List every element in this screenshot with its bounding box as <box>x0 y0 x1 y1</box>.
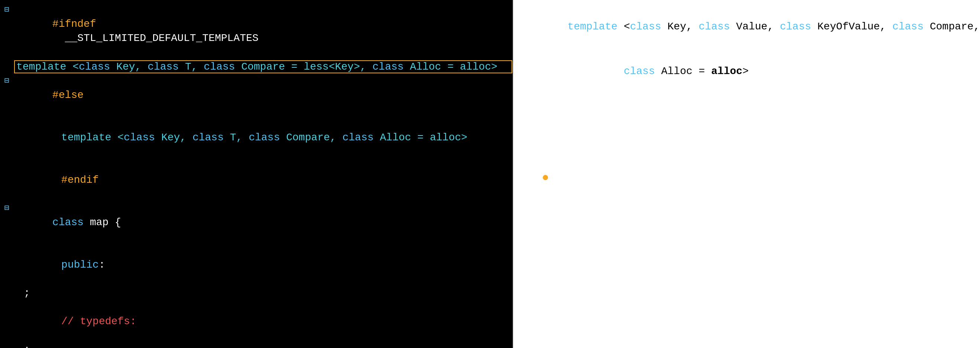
code-line-5: #endif <box>0 159 512 201</box>
left-code-panel: ⊟ #ifndef __STL_LIMITED_DEFAULT_TEMPLATE… <box>0 0 513 348</box>
code-line-7: public: <box>0 244 512 286</box>
right-header: template <class Key, class Value, class … <box>517 3 975 95</box>
code-line-10: ; <box>0 343 512 348</box>
highlight-template-line: template <class Key, class T, class Comp… <box>14 60 512 73</box>
fold-1[interactable]: ⊟ <box>0 3 13 17</box>
code-line-8: ; <box>0 286 512 300</box>
code-line-3: ⊟ #else <box>0 74 512 117</box>
yellow-dot <box>543 175 548 180</box>
right-panel: template <class Key, class Value, class … <box>513 0 980 348</box>
code-line-1: ⊟ #ifndef __STL_LIMITED_DEFAULT_TEMPLATE… <box>0 3 512 59</box>
code-line-6: ⊟ class map { <box>0 201 512 244</box>
code-line-9: // typedefs: <box>0 300 512 343</box>
code-line-4: template <class Key, class T, class Comp… <box>0 117 512 159</box>
